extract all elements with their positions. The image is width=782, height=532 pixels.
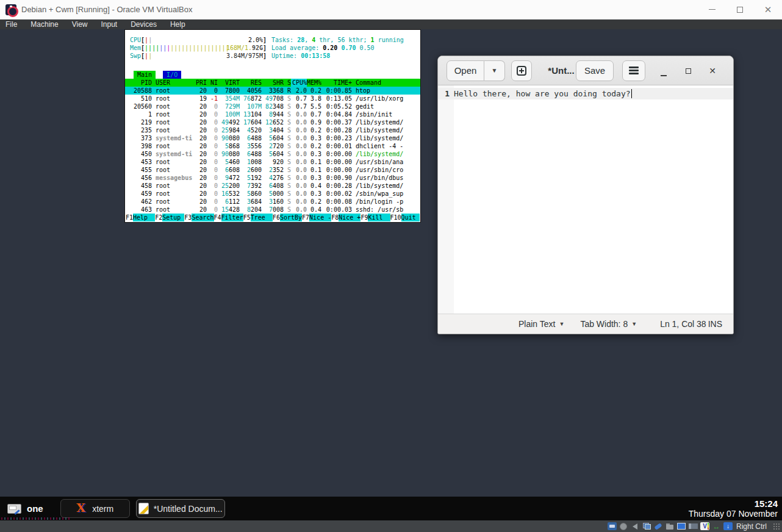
display-icon[interactable]: [677, 522, 686, 530]
fkey-search[interactable]: F3Search: [184, 214, 213, 221]
htop-terminal-window[interactable]: CPU[ ||2.0% ] Mem[ |||||||||||||||||||||…: [124, 29, 421, 223]
col-time[interactable]: TIME+: [321, 79, 352, 87]
save-button[interactable]: Save: [576, 60, 614, 81]
col-shr[interactable]: SHR: [262, 79, 284, 87]
process-row[interactable]: 459root2001653258605000S0.00.30:00.02/sb…: [125, 190, 420, 198]
clock: 15:24 Thursday 07 November: [689, 498, 782, 519]
maximize-button[interactable]: [726, 0, 754, 19]
col-pri[interactable]: PRI: [192, 79, 207, 87]
fkey-quit[interactable]: F10Quit: [390, 214, 420, 221]
fkey-help[interactable]: F1Help: [126, 214, 155, 221]
swap-meter: Swp[ ||3.84M/975M ]: [130, 52, 268, 60]
optical-disc-icon[interactable]: [619, 522, 628, 530]
process-row[interactable]: 219root200494921760412652S0.00.90:00.37/…: [125, 118, 420, 126]
process-row[interactable]: 453root20054601008920S0.00.10:00.00/usr/…: [125, 158, 420, 166]
fkey-nice-[interactable]: F7Nice -: [302, 214, 331, 221]
gedit-close-button[interactable]: ✕: [700, 66, 725, 76]
chevron-down-icon: ▼: [559, 321, 564, 327]
col-res[interactable]: RES: [240, 79, 262, 87]
tab-width-selector[interactable]: Tab Width: 8▼: [580, 319, 637, 329]
process-row[interactable]: 20560root200729M107M82348S0.75.50:05.52g…: [125, 102, 420, 110]
fkey-filter[interactable]: F4Filter: [214, 214, 243, 221]
process-row[interactable]: 235root2002598445203404S0.00.20:00.28/li…: [125, 126, 420, 134]
hard-disk-icon[interactable]: [608, 522, 617, 530]
menu-button[interactable]: [622, 60, 645, 81]
minimize-button[interactable]: [698, 0, 726, 19]
text-cursor: [631, 89, 632, 98]
menubar-item[interactable]: Help: [163, 20, 192, 29]
fkey-kill[interactable]: F9Kill: [361, 214, 390, 221]
hamburger-icon: [629, 65, 639, 76]
process-row[interactable]: 458root2002520073926408S0.00.40:00.28/li…: [125, 182, 420, 190]
fkey-setup[interactable]: F2Setup: [155, 214, 184, 221]
uptime: Uptime: 00:13:58: [271, 52, 418, 60]
shared-folders-icon[interactable]: [665, 522, 675, 530]
menubar-item[interactable]: View: [65, 20, 95, 29]
workspace-icon: [7, 504, 21, 514]
fkey-tree[interactable]: F5Tree: [243, 214, 273, 221]
open-dropdown-button[interactable]: ▼: [484, 60, 505, 81]
gedit-statusbar: Plain Text▼ Tab Width: 8▼ Ln 1, Col 38 I…: [438, 314, 733, 334]
taskbar: one XX xterm *Untitled Docum... 15:24 Th…: [0, 497, 782, 520]
workspace-indicator[interactable]: one: [0, 503, 51, 514]
recording-icon[interactable]: [689, 522, 698, 530]
htop-function-key-bar: F1Help F2Setup F3SearchF4FilterF5Tree F6…: [126, 214, 420, 221]
process-row[interactable]: 463root2001542882047008S0.00.40:00.03ssh…: [125, 206, 420, 214]
process-row[interactable]: 398root200586835562720S0.00.20:00.01dhcl…: [125, 142, 420, 150]
audio-icon[interactable]: [631, 522, 640, 530]
fkey-nice-[interactable]: F8Nice +: [331, 214, 361, 221]
menubar-item[interactable]: Devices: [124, 20, 163, 29]
chevron-down-icon: ▼: [631, 321, 637, 327]
xterm-icon: XX: [76, 503, 87, 514]
menubar-item[interactable]: Input: [95, 20, 124, 29]
process-row[interactable]: 455root200660826002352S0.00.10:00.00/usr…: [125, 166, 420, 174]
usb-icon[interactable]: [654, 522, 663, 530]
language-selector[interactable]: Plain Text▼: [518, 319, 564, 329]
col-pid[interactable]: PID: [130, 79, 152, 87]
close-button[interactable]: ✕: [754, 0, 782, 19]
process-row[interactable]: 510root19-1354M7687249708S0.73.80:13.05/…: [125, 95, 420, 102]
process-row[interactable]: 373systemd-ti2009008064885604S0.00.30:00…: [125, 134, 420, 142]
line-number: 1: [438, 89, 454, 98]
col-cpu-sort[interactable]: CPU%▽: [291, 79, 307, 87]
mouse-integration-icon[interactable]: [712, 522, 721, 530]
col-mem[interactable]: MEM%: [307, 79, 321, 87]
process-row[interactable]: 1root200100M131048944S0.00.70:04.84/sbin…: [125, 110, 420, 118]
document-title: *Unt...: [533, 65, 574, 76]
htop-meters: CPU[ ||2.0% ] Mem[ |||||||||||||||||||||…: [130, 36, 418, 60]
workspace-name: one: [27, 503, 43, 514]
gedit-minimize-button[interactable]: [651, 66, 676, 76]
col-virt[interactable]: VIRT: [218, 79, 240, 87]
new-document-button[interactable]: [511, 60, 532, 81]
fkey-sortby[interactable]: F6SortBy: [273, 214, 302, 221]
new-document-icon: [517, 66, 526, 76]
features-icon[interactable]: [700, 522, 709, 530]
col-user[interactable]: USER: [152, 79, 192, 87]
host-key-indicator: Right Ctrl: [736, 522, 767, 531]
watermark: [1, 517, 70, 520]
htop-tab-main[interactable]: Main: [134, 71, 156, 79]
vm-display: CPU[ ||2.0% ] Mem[ |||||||||||||||||||||…: [0, 29, 782, 520]
taskbar-item-xterm[interactable]: XX xterm: [60, 499, 130, 518]
resize-grip[interactable]: [773, 523, 780, 530]
insert-mode-indicator: INS: [708, 319, 722, 329]
gedit-window[interactable]: Open ▼ *Unt... Save ✕ 1: [437, 56, 734, 334]
text-editor-area[interactable]: 1 Hello there, how are you doing today?: [438, 85, 733, 314]
open-button[interactable]: Open: [447, 60, 484, 81]
col-command[interactable]: Command: [352, 79, 418, 87]
htop-tab-io[interactable]: I/O: [163, 71, 181, 79]
col-s[interactable]: S: [284, 79, 291, 87]
process-row[interactable]: 462root200611236843160S0.00.20:00.08/bin…: [125, 198, 420, 206]
network-icon[interactable]: [642, 522, 651, 530]
taskbar-item-gedit[interactable]: *Untitled Docum...: [136, 499, 225, 518]
col-ni[interactable]: NI: [207, 79, 218, 87]
menubar-item[interactable]: Machine: [24, 20, 65, 29]
cursor-position: Ln 1, Col 38: [660, 319, 706, 329]
menubar-item[interactable]: File: [0, 20, 24, 29]
process-row[interactable]: 450systemd-ti2009008064885604S0.00.30:00…: [125, 150, 420, 158]
gedit-maximize-button[interactable]: [676, 66, 700, 76]
process-row[interactable]: 20588root200780040563368R2.00.20:00.85ht…: [125, 87, 420, 95]
keyboard-capture-icon[interactable]: [723, 522, 733, 530]
tasks-summary: Tasks: 28, 4 thr, 56 kthr; 1 running: [271, 36, 418, 44]
process-row[interactable]: 456messagebus200947251924276S0.00.30:00.…: [125, 174, 420, 182]
